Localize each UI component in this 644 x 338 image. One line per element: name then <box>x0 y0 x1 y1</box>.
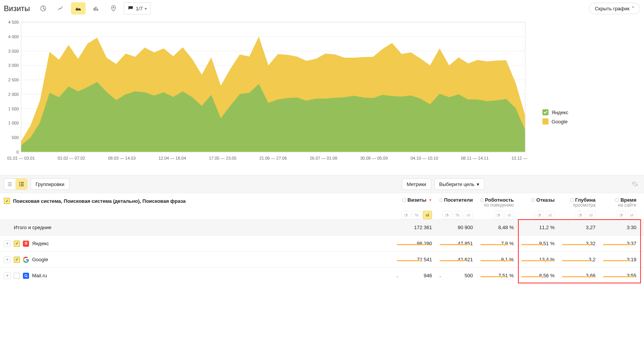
chart-type-bar-icon[interactable] <box>89 2 103 15</box>
svg-text:4 000: 4 000 <box>8 34 19 39</box>
chart-type-map-icon[interactable] <box>106 2 121 15</box>
row-checkbox[interactable]: ✓ <box>14 241 20 247</box>
area-chart: 05001 0001 5002 0002 5003 0003 5004 0004… <box>4 18 527 163</box>
svg-text:1 000: 1 000 <box>8 121 19 125</box>
view-pie-icon[interactable]: ◔ <box>442 211 451 219</box>
series-count-selector[interactable]: 1/7 ▾ <box>124 2 151 15</box>
svg-rect-38 <box>21 182 24 183</box>
col-time[interactable]: Время на сайте ◔ııI <box>599 197 640 219</box>
table-row: + ✓ Google 72 541 42 621 9,1 % 13,4 % 3,… <box>0 251 644 267</box>
series-count-label: 1/7 <box>136 6 142 11</box>
yandex-logo-icon: Я <box>23 241 29 247</box>
view-list-icon[interactable]: ☰ <box>4 179 16 189</box>
svg-text:21.06 — 27.06: 21.06 — 27.06 <box>259 156 287 160</box>
table-row: + Mail.ru 946 500 7,51 % 8,56 % 3,66 3:5… <box>0 267 644 283</box>
expand-button[interactable]: + <box>4 272 11 279</box>
page-title: Визиты <box>4 4 30 13</box>
svg-text:12.04 — 18.04: 12.04 — 18.04 <box>159 156 186 160</box>
legend-item-yandex[interactable]: Яндекс <box>542 109 634 115</box>
chart-type-line-icon[interactable] <box>53 2 68 15</box>
mailru-logo-icon <box>23 273 29 279</box>
hide-chart-button[interactable]: Скрыть график ˄ <box>589 3 640 14</box>
chevron-down-icon: ▾ <box>145 6 147 11</box>
row-checkbox[interactable]: ✓ <box>14 257 20 263</box>
view-pie-icon[interactable]: ◔ <box>535 211 544 219</box>
legend-label: Яндекс <box>552 110 568 115</box>
svg-text:4 500: 4 500 <box>8 20 19 24</box>
view-pie-icon[interactable]: ◔ <box>401 211 411 219</box>
table-header: ✓ Поисковая система, Поисковая система (… <box>0 193 644 219</box>
svg-rect-2 <box>95 7 97 11</box>
view-mode-group: ☰ <box>4 178 28 190</box>
legend-item-google[interactable]: Google <box>542 118 634 125</box>
col-depth[interactable]: Глубина просмотра ◔ııI <box>558 197 599 219</box>
svg-rect-41 <box>19 186 20 186</box>
col-robots[interactable]: Роботность по поведению ◔ııI <box>477 197 518 219</box>
chart-type-area-icon[interactable] <box>71 2 86 15</box>
view-bar-icon[interactable]: ııI <box>545 211 555 219</box>
svg-rect-37 <box>19 182 20 183</box>
toolbar: Визиты 1/7 ▾ Скрыть график ˄ <box>0 0 644 18</box>
view-pct-icon[interactable]: % <box>412 211 421 219</box>
row-label[interactable]: Яндекс <box>32 241 49 246</box>
svg-text:2 000: 2 000 <box>8 92 19 97</box>
view-tree-icon[interactable] <box>16 179 27 189</box>
grouping-button[interactable]: Группировки <box>31 178 70 190</box>
expand-button[interactable]: + <box>4 256 11 263</box>
view-pie-icon[interactable]: ◔ <box>616 211 626 219</box>
hide-chart-label: Скрыть график <box>595 6 629 11</box>
settings-gear-icon[interactable] <box>629 179 640 189</box>
metrics-button[interactable]: Метрики <box>402 178 431 190</box>
table-row: + ✓ Я Яндекс 98 290 47 851 7,9 % 9,51 % … <box>0 235 644 251</box>
svg-text:3 000: 3 000 <box>8 63 19 68</box>
view-pie-icon[interactable]: ◔ <box>494 211 503 219</box>
svg-text:3 500: 3 500 <box>8 49 19 53</box>
view-bar-icon[interactable]: ııI <box>464 211 473 219</box>
svg-rect-42 <box>21 186 24 186</box>
legend-swatch-yandex <box>542 109 549 115</box>
col-visits[interactable]: Визиты▼ ◔%ııI <box>393 197 436 219</box>
row-label[interactable]: Mail.ru <box>32 273 47 278</box>
view-pie-icon[interactable]: ◔ <box>576 211 585 219</box>
data-table: Итого и средние 172 361 90 900 8,48 % 11… <box>0 219 644 283</box>
row-label[interactable]: Google <box>32 257 48 262</box>
svg-text:1 500: 1 500 <box>8 107 19 111</box>
totals-label: Итого и средние <box>14 225 51 230</box>
chart-section: 05001 0001 5002 0002 5003 0003 5004 0004… <box>0 18 644 163</box>
chevron-up-icon: ˄ <box>632 6 634 11</box>
svg-text:500: 500 <box>12 135 19 140</box>
svg-text:13.12 — 19.12: 13.12 — 19.12 <box>511 156 527 160</box>
dimension-header: Поисковая система, Поисковая система (де… <box>13 198 186 204</box>
dimension-checkbox[interactable]: ✓ <box>4 198 10 204</box>
goal-select[interactable]: Выберите цель▾ <box>434 178 484 190</box>
svg-text:30.08 — 05.09: 30.08 — 05.09 <box>360 156 388 160</box>
svg-text:0: 0 <box>16 150 19 154</box>
svg-text:04.10 — 10.10: 04.10 — 10.10 <box>411 156 438 160</box>
chart-legend: Яндекс Google <box>527 18 634 163</box>
view-bar-icon[interactable]: ııI <box>505 211 514 219</box>
expand-button[interactable]: + <box>4 240 11 247</box>
svg-text:01.01 — 03.01: 01.01 — 03.01 <box>7 156 35 160</box>
svg-text:01.02 — 07.02: 01.02 — 07.02 <box>58 156 85 160</box>
svg-rect-3 <box>97 9 98 11</box>
svg-text:2 500: 2 500 <box>8 78 19 82</box>
svg-point-4 <box>113 7 114 8</box>
svg-text:26.07 — 01.08: 26.07 — 01.08 <box>310 156 337 160</box>
row-checkbox[interactable] <box>14 273 20 279</box>
chart-type-pie-icon[interactable] <box>36 2 50 15</box>
view-bar-icon[interactable]: ııI <box>423 211 432 219</box>
svg-rect-39 <box>19 184 20 184</box>
svg-rect-1 <box>94 8 95 11</box>
view-bar-icon[interactable]: ııI <box>586 211 595 219</box>
google-logo-icon <box>23 257 29 263</box>
col-visitors[interactable]: Посетители ◔%ııI <box>436 197 477 219</box>
table-row-total: Итого и средние 172 361 90 900 8,48 % 11… <box>0 219 644 235</box>
col-bounce[interactable]: Отказы ◔ııI <box>518 197 558 219</box>
legend-label: Google <box>552 119 568 125</box>
view-bar-icon[interactable]: ııI <box>627 211 636 219</box>
legend-swatch-google <box>542 118 549 125</box>
svg-point-43 <box>25 274 27 277</box>
svg-text:08.03 — 14.03: 08.03 — 14.03 <box>108 156 136 160</box>
svg-text:08.11 — 14.11: 08.11 — 14.11 <box>461 156 489 160</box>
view-pct-icon[interactable]: % <box>453 211 462 219</box>
